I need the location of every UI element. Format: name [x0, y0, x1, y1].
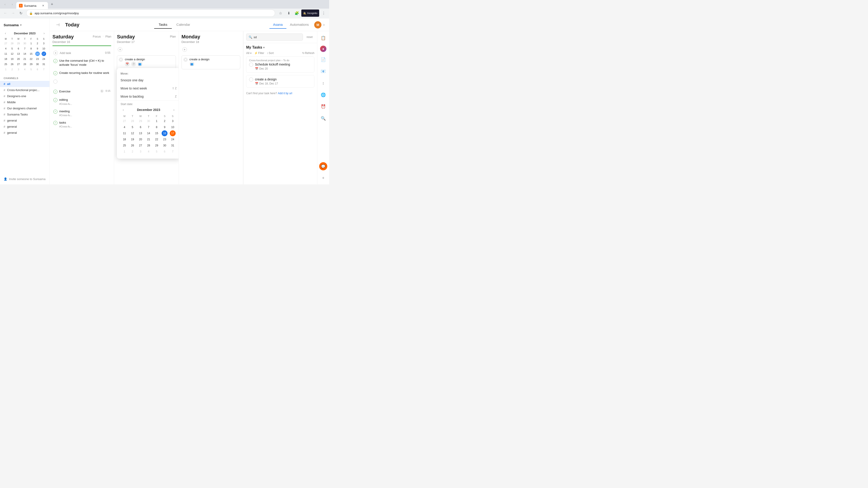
- dp-day[interactable]: 28: [129, 118, 135, 124]
- dp-day[interactable]: 22: [154, 136, 160, 142]
- refresh-btn[interactable]: ↻ Refresh: [302, 52, 314, 55]
- dp-day[interactable]: 4: [146, 149, 151, 155]
- dp-day[interactable]: 18: [122, 136, 127, 142]
- task-checkbox[interactable]: [53, 79, 57, 84]
- task-item[interactable]: Create recurring tasks for routine work: [53, 69, 111, 77]
- tab-tasks[interactable]: Tasks: [154, 21, 172, 29]
- dp-day[interactable]: 7: [170, 149, 176, 155]
- task-item[interactable]: [53, 77, 111, 86]
- cal-day-selected[interactable]: 17: [41, 52, 46, 56]
- cal-day[interactable]: 3: [16, 67, 21, 72]
- cal-day[interactable]: 26: [10, 62, 14, 66]
- dp-day[interactable]: 5: [154, 149, 160, 155]
- cal-day[interactable]: 18: [4, 57, 8, 61]
- dp-day-selected[interactable]: 17: [170, 130, 176, 136]
- dp-day[interactable]: 3: [170, 118, 176, 124]
- cal-day[interactable]: 30: [35, 62, 40, 66]
- saturday-focus-link[interactable]: Focus: [93, 35, 101, 38]
- mini-cal-prev-btn[interactable]: ‹: [3, 31, 8, 36]
- cal-day[interactable]: 11: [4, 52, 8, 56]
- dp-day-today[interactable]: 16: [162, 130, 167, 136]
- add-btn[interactable]: +: [319, 174, 327, 182]
- dp-day[interactable]: 6: [162, 149, 167, 155]
- monday-task-item[interactable]: create a design 👥: [182, 55, 240, 69]
- cal-day[interactable]: 6: [35, 67, 40, 72]
- dp-day[interactable]: 20: [138, 136, 144, 142]
- dp-day[interactable]: 7: [146, 124, 151, 130]
- dp-day[interactable]: 19: [129, 136, 135, 142]
- task-timer-icon-btn[interactable]: ⏱: [131, 61, 136, 66]
- cal-day[interactable]: 3: [41, 41, 46, 46]
- cal-day[interactable]: 13: [16, 52, 21, 56]
- cal-day[interactable]: 31: [41, 62, 46, 66]
- invite-btn[interactable]: 👤 Invite someone to Sunsama: [0, 176, 50, 182]
- task-item[interactable]: Use the command bar (Ctrl + K) to activa…: [53, 57, 111, 69]
- dp-day[interactable]: 24: [170, 136, 176, 142]
- tool-btn-7[interactable]: ⏰: [319, 103, 327, 111]
- dp-prev-btn[interactable]: ‹: [121, 107, 126, 112]
- expand-panel-btn[interactable]: ›: [323, 22, 324, 27]
- tool-btn-1[interactable]: 📋: [319, 34, 327, 42]
- search-box[interactable]: 🔍: [246, 33, 303, 41]
- task-card-checkbox[interactable]: [249, 77, 253, 82]
- dp-day[interactable]: 29: [154, 142, 160, 149]
- cal-day[interactable]: 19: [10, 57, 14, 61]
- cal-day[interactable]: 29: [29, 62, 33, 66]
- tool-btn-3[interactable]: 📄: [319, 56, 327, 64]
- dp-day[interactable]: 26: [129, 142, 135, 149]
- dp-day[interactable]: 21: [146, 136, 151, 142]
- forward-btn[interactable]: →: [9, 9, 17, 17]
- tool-btn-6[interactable]: 🌐: [319, 91, 327, 99]
- cal-day[interactable]: 27: [4, 41, 8, 46]
- dp-day[interactable]: 14: [146, 130, 151, 136]
- meeting-task[interactable]: meeting #Cross-fu...: [53, 107, 111, 119]
- cal-day[interactable]: 2: [35, 41, 40, 46]
- cal-day[interactable]: 25: [4, 62, 8, 66]
- sidebar-item-all[interactable]: # all: [0, 81, 50, 87]
- cal-day[interactable]: 4: [23, 67, 27, 72]
- add-task-btn[interactable]: + Add task 0:55: [53, 49, 111, 57]
- cal-day[interactable]: 23: [35, 57, 40, 61]
- sidebar-item-general-1[interactable]: # general: [0, 118, 50, 124]
- dp-day[interactable]: 5: [129, 124, 135, 130]
- tab-automations[interactable]: Automations: [286, 21, 312, 29]
- dp-day[interactable]: 13: [138, 130, 144, 136]
- cal-day[interactable]: 7: [23, 46, 27, 51]
- cal-day[interactable]: 2: [10, 67, 14, 72]
- brand[interactable]: Sunsama ▾: [0, 21, 50, 29]
- sidebar-item-cross-functional[interactable]: # Cross-functional projec...: [0, 87, 50, 93]
- sort-btn[interactable]: ↕ Sort: [267, 52, 274, 55]
- cal-day[interactable]: 4: [4, 46, 8, 51]
- cal-day[interactable]: 6: [16, 46, 21, 51]
- snooze-one-day-item[interactable]: Snooze one day: [117, 76, 179, 84]
- task-checkbox[interactable]: [53, 98, 57, 102]
- dp-day[interactable]: 23: [162, 136, 167, 142]
- task-checkbox[interactable]: [53, 59, 57, 63]
- sidebar-item-sunsama-tasks[interactable]: # Sunsama Tasks: [0, 111, 50, 118]
- tool-btn-4[interactable]: 📧: [319, 67, 327, 75]
- dp-day[interactable]: 1: [154, 118, 160, 124]
- tool-btn-5[interactable]: ↕: [319, 79, 327, 87]
- dp-day[interactable]: 2: [129, 149, 135, 155]
- reload-btn[interactable]: ↻: [17, 9, 24, 17]
- cal-day[interactable]: 12: [10, 52, 14, 56]
- task-card-1[interactable]: Cross-functional project plan › To do Sc…: [246, 57, 314, 73]
- reset-search-btn[interactable]: reset: [305, 35, 314, 39]
- mini-cal-next-btn[interactable]: ›: [41, 31, 47, 36]
- dp-day[interactable]: 1: [122, 149, 127, 155]
- editing-task[interactable]: editing #Cross-fu...: [53, 96, 111, 107]
- cal-day[interactable]: 22: [29, 57, 33, 61]
- dp-day[interactable]: 25: [122, 142, 127, 149]
- task-checkbox[interactable]: [119, 58, 123, 62]
- move-next-week-item[interactable]: Move to next week ⇧ Z: [117, 84, 179, 92]
- task-checkbox[interactable]: [184, 58, 188, 62]
- cal-day[interactable]: 27: [16, 62, 21, 66]
- cal-day[interactable]: 1: [29, 41, 33, 46]
- tasks-task[interactable]: tasks #Cross-fu...: [53, 119, 111, 130]
- tab-forward-btn[interactable]: ›: [9, 1, 16, 7]
- sidebar-item-designers-one[interactable]: # Designers-one: [0, 93, 50, 99]
- task-card-2[interactable]: create a design 📅 Dec 18, Dec 17: [246, 75, 314, 88]
- cal-day[interactable]: 1: [4, 67, 8, 72]
- today-label[interactable]: Today: [65, 22, 79, 28]
- move-to-backlog-item[interactable]: Move to backlog Z: [117, 92, 179, 101]
